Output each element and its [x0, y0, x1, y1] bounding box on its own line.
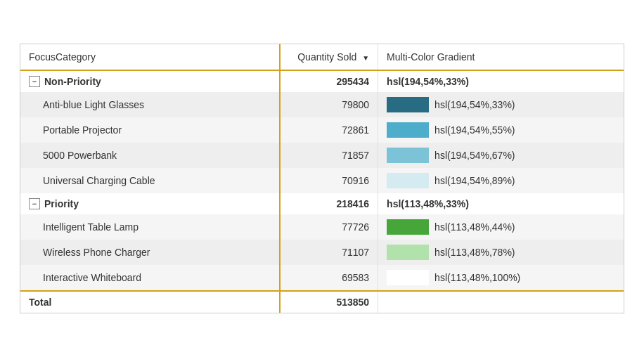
color-label: hsl(194,54%,55%) — [434, 124, 515, 136]
total-qty-cell: 513850 — [280, 291, 378, 313]
header-multi-color-gradient: Multi-Color Gradient — [378, 44, 624, 70]
color-swatch — [387, 97, 429, 112]
color-swatch — [387, 148, 429, 163]
total-gradient-cell — [378, 291, 624, 313]
group-category-cell: −Priority — [20, 193, 280, 214]
sort-arrow-icon: ▼ — [362, 54, 369, 62]
table-row: Intelligent Table Lamp77726hsl(113,48%,4… — [20, 214, 624, 240]
item-gradient-cell: hsl(113,48%,100%) — [378, 265, 624, 291]
item-name-cell: Wireless Phone Charger — [20, 240, 280, 265]
table-row: Universal Charging Cable70916hsl(194,54%… — [20, 168, 624, 193]
table-row: Anti-blue Light Glasses79800hsl(194,54%,… — [20, 92, 624, 117]
group-gradient-cell: hsl(194,54%,33%) — [378, 70, 624, 92]
color-swatch — [387, 173, 429, 188]
table-row: 5000 Powerbank71857hsl(194,54%,67%) — [20, 143, 624, 168]
item-gradient-cell: hsl(113,48%,44%) — [378, 214, 624, 240]
table-header: FocusCategory Quantity Sold ▼ Multi-Colo… — [20, 44, 624, 70]
color-swatch — [387, 122, 429, 138]
item-qty-cell: 69583 — [280, 265, 378, 291]
table-row: Interactive Whiteboard69583hsl(113,48%,1… — [20, 265, 624, 291]
group-row[interactable]: −Non-Priority295434hsl(194,54%,33%) — [20, 70, 624, 92]
header-quantity-sold[interactable]: Quantity Sold ▼ — [280, 44, 378, 70]
item-qty-cell: 70916 — [280, 168, 378, 193]
item-gradient-cell: hsl(194,54%,55%) — [378, 117, 624, 143]
group-row[interactable]: −Priority218416hsl(113,48%,33%) — [20, 193, 624, 214]
item-name-cell: Anti-blue Light Glasses — [20, 92, 280, 117]
item-gradient-cell: hsl(194,54%,33%) — [378, 92, 624, 117]
color-label: hsl(194,54%,67%) — [434, 150, 515, 161]
item-qty-cell: 79800 — [280, 92, 378, 117]
item-qty-cell: 71107 — [280, 240, 378, 265]
color-label: hsl(113,48%,44%) — [434, 221, 515, 233]
item-gradient-cell: hsl(194,54%,89%) — [378, 168, 624, 193]
item-qty-cell: 71857 — [280, 143, 378, 168]
color-swatch — [387, 245, 429, 260]
color-label: hsl(194,54%,33%) — [434, 99, 515, 110]
expand-icon[interactable]: − — [29, 76, 40, 87]
item-name-cell: 5000 Powerbank — [20, 143, 280, 168]
item-name-cell: Intelligent Table Lamp — [20, 214, 280, 240]
group-category-cell: −Non-Priority — [20, 70, 280, 92]
color-label: hsl(113,48%,100%) — [434, 272, 520, 283]
group-gradient-cell: hsl(113,48%,33%) — [378, 193, 624, 214]
item-gradient-cell: hsl(113,48%,78%) — [378, 240, 624, 265]
color-label: hsl(194,54%,89%) — [434, 175, 515, 186]
total-row: Total513850 — [20, 291, 624, 313]
expand-icon[interactable]: − — [29, 198, 40, 209]
data-table: FocusCategory Quantity Sold ▼ Multi-Colo… — [20, 44, 624, 313]
table-row: Portable Projector72861hsl(194,54%,55%) — [20, 117, 624, 143]
color-label: hsl(113,48%,78%) — [434, 247, 515, 258]
item-gradient-cell: hsl(194,54%,67%) — [378, 143, 624, 168]
color-swatch — [387, 270, 429, 285]
header-focus-category: FocusCategory — [20, 44, 280, 70]
table-row: Wireless Phone Charger71107hsl(113,48%,7… — [20, 240, 624, 265]
item-name-cell: Universal Charging Cable — [20, 168, 280, 193]
group-qty-cell: 218416 — [280, 193, 378, 214]
total-label-cell: Total — [20, 291, 280, 313]
item-name-cell: Interactive Whiteboard — [20, 265, 280, 291]
item-qty-cell: 72861 — [280, 117, 378, 143]
group-qty-cell: 295434 — [280, 70, 378, 92]
item-qty-cell: 77726 — [280, 214, 378, 240]
item-name-cell: Portable Projector — [20, 117, 280, 143]
color-swatch — [387, 219, 429, 235]
